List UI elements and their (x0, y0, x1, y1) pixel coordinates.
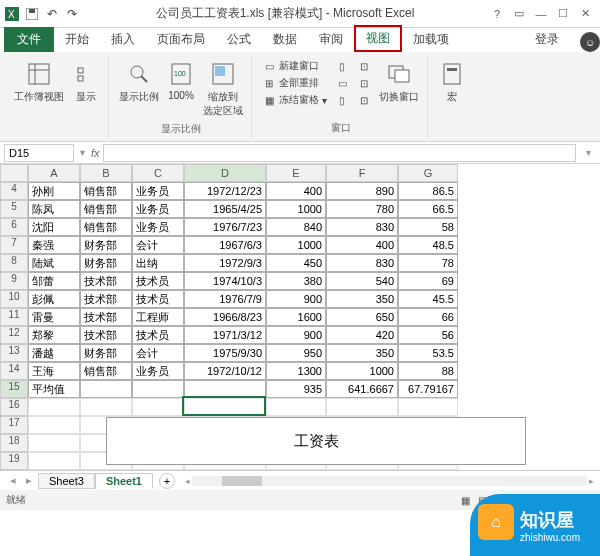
cell[interactable]: 67.79167 (398, 380, 458, 398)
fx-icon[interactable]: fx (91, 147, 100, 159)
cell[interactable] (132, 398, 184, 416)
row-header[interactable]: 4 (0, 182, 28, 200)
cell[interactable]: 88 (398, 362, 458, 380)
cell[interactable]: 彭佩 (28, 290, 80, 308)
tab-insert[interactable]: 插入 (100, 27, 146, 52)
cell[interactable]: 1971/3/12 (184, 326, 266, 344)
view-normal-icon[interactable]: ▦ (461, 495, 470, 506)
cell[interactable] (80, 380, 132, 398)
cell[interactable]: 86.5 (398, 182, 458, 200)
cell[interactable]: 财务部 (80, 254, 132, 272)
cell[interactable]: 840 (266, 218, 326, 236)
row-header[interactable]: 10 (0, 290, 28, 308)
tab-file[interactable]: 文件 (4, 27, 54, 52)
cell[interactable]: 会计 (132, 236, 184, 254)
cell[interactable]: 1976/7/23 (184, 218, 266, 236)
zoom-100-button[interactable]: 100100% (165, 58, 197, 103)
embedded-object[interactable]: 工资表 (106, 417, 526, 465)
cell[interactable]: 雷曼 (28, 308, 80, 326)
row-header[interactable]: 5 (0, 200, 28, 218)
tab-data[interactable]: 数据 (262, 27, 308, 52)
tab-formula[interactable]: 公式 (216, 27, 262, 52)
cell[interactable]: 技术员 (132, 326, 184, 344)
row-header[interactable]: 17 (0, 416, 28, 434)
cell[interactable]: 1972/12/23 (184, 182, 266, 200)
redo-icon[interactable]: ↷ (64, 6, 80, 22)
feedback-icon[interactable]: ☺ (580, 32, 600, 52)
cell[interactable]: 1972/9/3 (184, 254, 266, 272)
column-header[interactable]: C (132, 164, 184, 182)
cell[interactable]: 830 (326, 218, 398, 236)
cell[interactable]: 业务员 (132, 218, 184, 236)
cell[interactable]: 技术部 (80, 272, 132, 290)
save-icon[interactable] (24, 6, 40, 22)
arrange-all-button[interactable]: ⊞全部重排 (260, 75, 329, 91)
cell[interactable]: 技术员 (132, 290, 184, 308)
horizontal-scrollbar[interactable]: ◂ ▸ (185, 475, 594, 487)
view-side-button[interactable]: ⊡ (355, 58, 373, 74)
cell[interactable]: 56 (398, 326, 458, 344)
cell[interactable]: 450 (266, 254, 326, 272)
row-header[interactable]: 13 (0, 344, 28, 362)
cell[interactable]: 财务部 (80, 236, 132, 254)
cell[interactable]: 1967/6/3 (184, 236, 266, 254)
cell[interactable] (28, 452, 80, 470)
cell[interactable]: 陈凤 (28, 200, 80, 218)
cell[interactable]: 技术部 (80, 290, 132, 308)
cell[interactable]: 1000 (326, 362, 398, 380)
cell[interactable] (80, 398, 132, 416)
row-header[interactable]: 8 (0, 254, 28, 272)
cell[interactable] (132, 380, 184, 398)
cell[interactable]: 郑黎 (28, 326, 80, 344)
column-header[interactable]: A (28, 164, 80, 182)
macro-button[interactable]: 宏 (436, 58, 468, 106)
hide-button[interactable]: ▭ (333, 75, 351, 91)
tab-nav-prev-icon[interactable]: ◂ (6, 474, 20, 487)
cell[interactable]: 830 (326, 254, 398, 272)
cell[interactable] (326, 398, 398, 416)
cell[interactable]: 400 (266, 182, 326, 200)
tab-review[interactable]: 审阅 (308, 27, 354, 52)
row-header[interactable]: 16 (0, 398, 28, 416)
tab-layout[interactable]: 页面布局 (146, 27, 216, 52)
cell[interactable]: 650 (326, 308, 398, 326)
row-header[interactable]: 7 (0, 236, 28, 254)
zoom-button[interactable]: 显示比例 (117, 58, 161, 106)
select-all-corner[interactable] (0, 164, 28, 182)
cell[interactable]: 业务员 (132, 200, 184, 218)
cell[interactable]: 销售部 (80, 200, 132, 218)
cell[interactable]: 780 (326, 200, 398, 218)
cell[interactable] (184, 380, 266, 398)
cell[interactable]: 沈阳 (28, 218, 80, 236)
cell[interactable]: 业务员 (132, 362, 184, 380)
row-header[interactable]: 15 (0, 380, 28, 398)
row-header[interactable]: 9 (0, 272, 28, 290)
cell[interactable]: 1966/8/23 (184, 308, 266, 326)
new-window-button[interactable]: ▭新建窗口 (260, 58, 329, 74)
cell[interactable]: 48.5 (398, 236, 458, 254)
cell[interactable]: 王海 (28, 362, 80, 380)
cell[interactable]: 技术部 (80, 326, 132, 344)
cell[interactable]: 935 (266, 380, 326, 398)
cell[interactable]: 出纳 (132, 254, 184, 272)
minimize-icon[interactable]: — (530, 4, 552, 24)
row-header[interactable]: 6 (0, 218, 28, 236)
switch-window-button[interactable]: 切换窗口 (377, 58, 421, 106)
workbook-view-button[interactable]: 工作簿视图 (12, 58, 66, 106)
formula-bar[interactable] (103, 144, 576, 162)
cell[interactable]: 工程师 (132, 308, 184, 326)
cell[interactable]: 1000 (266, 236, 326, 254)
sync-scroll-button[interactable]: ⊡ (355, 75, 373, 91)
tab-login[interactable]: 登录 (524, 27, 570, 52)
cell[interactable]: 1972/10/12 (184, 362, 266, 380)
cell[interactable]: 66.5 (398, 200, 458, 218)
name-box[interactable] (4, 144, 74, 162)
cell[interactable]: 53.5 (398, 344, 458, 362)
zoom-selection-button[interactable]: 缩放到 选定区域 (201, 58, 245, 120)
reset-pos-button[interactable]: ⊡ (355, 92, 373, 108)
cell[interactable]: 58 (398, 218, 458, 236)
cell[interactable] (28, 398, 80, 416)
add-sheet-button[interactable]: + (159, 473, 175, 489)
column-header[interactable]: F (326, 164, 398, 182)
split-button[interactable]: ▯ (333, 58, 351, 74)
